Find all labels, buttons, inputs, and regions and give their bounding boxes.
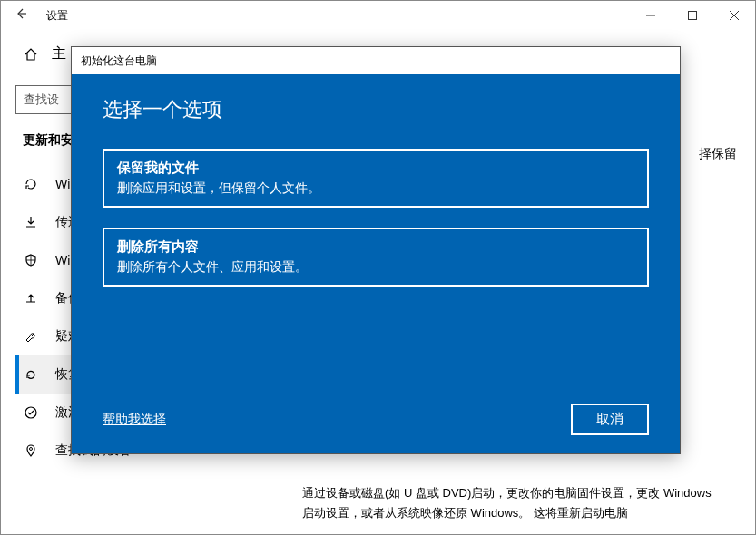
recovery-icon bbox=[23, 366, 39, 383]
cancel-button[interactable]: 取消 bbox=[571, 404, 649, 435]
truncated-text-fragment: 择保留 bbox=[699, 146, 737, 162]
download-icon bbox=[23, 214, 39, 230]
refresh-icon bbox=[23, 176, 39, 192]
window-controls bbox=[630, 1, 755, 30]
sidebar-item-label: Wi bbox=[55, 253, 70, 268]
shield-icon bbox=[23, 252, 39, 268]
location-icon bbox=[23, 443, 39, 459]
option-title: 删除所有内容 bbox=[117, 238, 634, 256]
backup-icon bbox=[23, 290, 39, 306]
advanced-startup-desc: 通过设备或磁盘(如 U 盘或 DVD)启动，更改你的电脑固件设置，更改 Wind… bbox=[302, 483, 726, 523]
dialog-footer: 帮助我选择 取消 bbox=[103, 404, 649, 435]
reset-pc-dialog: 初始化这台电脑 选择一个选项 保留我的文件 删除应用和设置，但保留个人文件。 删… bbox=[71, 46, 681, 454]
option-desc: 删除应用和设置，但保留个人文件。 bbox=[117, 180, 634, 197]
titlebar-left: 设置 bbox=[12, 6, 68, 24]
back-button[interactable] bbox=[12, 6, 30, 24]
option-keep-files[interactable]: 保留我的文件 删除应用和设置，但保留个人文件。 bbox=[103, 149, 649, 208]
window-title: 设置 bbox=[46, 8, 68, 24]
titlebar: 设置 bbox=[1, 1, 755, 30]
svg-point-4 bbox=[25, 407, 36, 418]
dialog-title: 初始化这台电脑 bbox=[81, 54, 157, 69]
svg-rect-1 bbox=[689, 12, 697, 20]
sidebar-item-label: Wi bbox=[55, 177, 70, 191]
option-desc: 删除所有个人文件、应用和设置。 bbox=[117, 259, 634, 276]
close-button[interactable] bbox=[713, 1, 755, 30]
help-me-choose-link[interactable]: 帮助我选择 bbox=[103, 412, 166, 428]
wrench-icon bbox=[23, 328, 39, 345]
dialog-titlebar: 初始化这台电脑 bbox=[72, 47, 680, 74]
arrow-left-icon bbox=[14, 6, 28, 21]
check-circle-icon bbox=[23, 404, 39, 421]
option-remove-everything[interactable]: 删除所有内容 删除所有个人文件、应用和设置。 bbox=[103, 228, 649, 287]
svg-point-5 bbox=[30, 448, 33, 451]
dialog-body: 选择一个选项 保留我的文件 删除应用和设置，但保留个人文件。 删除所有内容 删除… bbox=[72, 74, 680, 453]
home-icon bbox=[23, 46, 39, 63]
dialog-heading: 选择一个选项 bbox=[103, 96, 649, 123]
maximize-button[interactable] bbox=[672, 1, 713, 30]
minimize-button[interactable] bbox=[630, 1, 672, 30]
search-placeholder: 查找设 bbox=[24, 92, 59, 108]
home-label: 主 bbox=[52, 44, 66, 63]
option-title: 保留我的文件 bbox=[117, 160, 634, 177]
